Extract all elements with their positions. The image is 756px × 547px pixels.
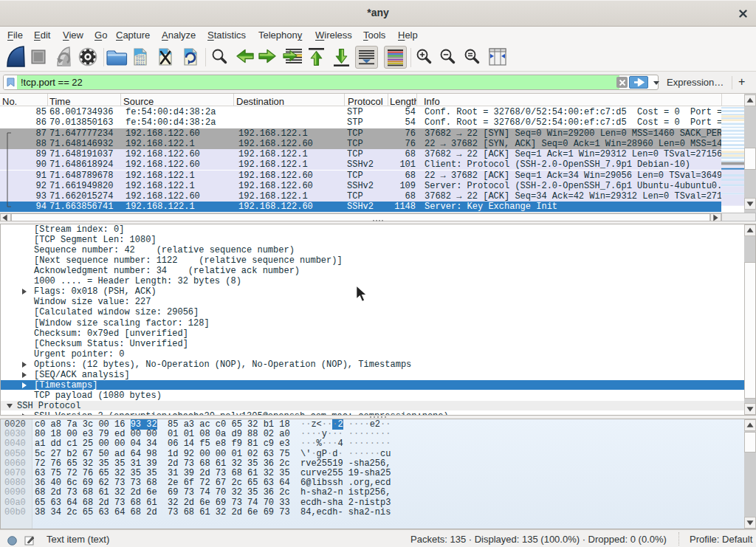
svg-text:0111: 0111 <box>136 62 145 66</box>
